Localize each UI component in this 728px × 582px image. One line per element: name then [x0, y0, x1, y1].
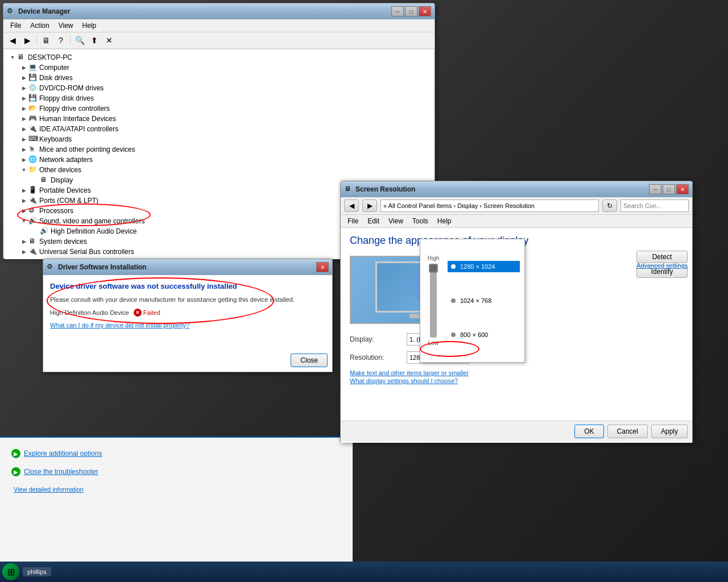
close-troubleshooter-link[interactable]: ▶ Close the troubleshooter [9, 463, 344, 481]
search-box[interactable] [621, 199, 689, 212]
tree-item-other[interactable]: ▼ 📁 Other devices [18, 165, 431, 175]
forward-button[interactable]: ▶ [20, 34, 34, 47]
driver-title-controls: ✕ [316, 262, 329, 272]
screen-res-title-left: 🖥 Screen Resolution [344, 185, 415, 194]
ok-button[interactable]: OK [574, 425, 603, 438]
driver-close-x-button[interactable]: ✕ [316, 262, 329, 272]
explore-arrow-icon: ▶ [11, 449, 20, 458]
keyboard-icon: ⌨ [28, 135, 38, 144]
floppy-ctrl-icon: 📂 [28, 104, 38, 113]
expand-usb[interactable]: ▶ [19, 247, 28, 256]
forward-nav-button[interactable]: ▶ [362, 199, 377, 212]
tree-item-dvd[interactable]: ▶ 💿 DVD/CD-ROM drives [18, 83, 431, 93]
expand-other[interactable]: ▼ [19, 165, 28, 174]
desktop: ⚙ Device Manager ─ □ ✕ File Action View … [0, 0, 728, 582]
display-settings-link[interactable]: What display settings should I choose? [350, 377, 683, 384]
detect-button[interactable]: Detect [636, 251, 688, 263]
driver-status-row: High Definition Audio Device ✕ Failed [50, 309, 325, 317]
menu-view[interactable]: View [54, 20, 78, 31]
menu-help[interactable]: Help [78, 20, 101, 31]
menu-file[interactable]: File [6, 20, 26, 31]
res-option-1280[interactable]: 728 × 582 [448, 261, 520, 272]
detail-link-row: View detailed information [11, 485, 344, 493]
tree-item-hid[interactable]: ▶ 🎮 Human Interface Devices [18, 114, 431, 124]
start-button[interactable]: ⊞ [2, 563, 19, 580]
expand-ports[interactable]: ▶ [19, 196, 28, 205]
tree-root[interactable]: ▼ 🖥 DESKTOP-PC [7, 52, 431, 63]
res-option-1024[interactable]: 1024 × 768 [448, 295, 520, 306]
expand-processors[interactable]: ▶ [19, 206, 28, 215]
driver-help-link[interactable]: What can I do if my device did not insta… [50, 322, 189, 329]
screen-res-icon: 🖥 [344, 185, 353, 194]
uninstall-icon[interactable]: ✕ [102, 34, 116, 47]
expand-network[interactable]: ▶ [19, 155, 28, 164]
driver-update-icon[interactable]: ⬆ [88, 34, 101, 47]
res-label-1280: 728 × 582 [460, 263, 495, 270]
address-bar[interactable]: « All Control Panel Items › Display › Sc… [380, 199, 599, 212]
refresh-button[interactable]: ↻ [602, 199, 617, 212]
cp-menu-view[interactable]: View [384, 216, 408, 226]
back-button[interactable]: ◀ [6, 34, 19, 47]
cp-menu-help[interactable]: Help [433, 216, 456, 226]
cp-menu-file[interactable]: File [343, 216, 363, 226]
device-manager-icon: ⚙ [7, 7, 16, 16]
driver-dialog-body: Device driver software was not successfu… [43, 275, 332, 372]
expand-sound[interactable]: ▼ [19, 217, 28, 226]
advanced-settings-link[interactable]: Advanced settings [636, 262, 688, 269]
tree-item-disk[interactable]: ▶ 💾 Disk drives [18, 73, 431, 83]
back-nav-button[interactable]: ◀ [344, 199, 359, 212]
driver-device-name: High Definition Audio Device [50, 309, 129, 316]
driver-heading: Device driver software was not successfu… [50, 282, 325, 290]
computer-icon[interactable]: 🖥 [39, 34, 53, 47]
minimize-button[interactable]: ─ [391, 6, 404, 16]
menu-action[interactable]: Action [26, 20, 53, 31]
screen-res-minimize[interactable]: ─ [649, 184, 661, 194]
expand-root[interactable]: ▼ [8, 53, 17, 62]
cp-menu-tools[interactable]: Tools [408, 216, 433, 226]
root-icon: 🖥 [17, 53, 26, 62]
tree-item-floppy-ctrl[interactable]: ▶ 📂 Floppy drive controllers [18, 103, 431, 114]
cp-menu-edit[interactable]: Edit [363, 216, 384, 226]
tree-item-ide[interactable]: ▶ 🔌 IDE ATA/ATAPI controllers [18, 124, 431, 134]
tree-item-computer[interactable]: ▶ 💻 Computer [18, 63, 431, 73]
expand-system[interactable]: ▶ [19, 237, 28, 246]
maximize-button[interactable]: □ [405, 6, 417, 16]
res-slider-track[interactable] [430, 264, 437, 338]
resolution-dropdown: High Low 728 × 582 1024 × 768 80 [420, 239, 525, 363]
expand-portable[interactable]: ▶ [19, 186, 28, 195]
help-icon[interactable]: ? [54, 34, 68, 47]
tree-item-mice[interactable]: ▶ 🖱 Mice and other pointing devices [18, 144, 431, 155]
system-icon: 🖥 [28, 237, 38, 246]
res-option-800[interactable]: 800 × 600 [448, 329, 520, 340]
cancel-button[interactable]: Cancel [607, 425, 648, 438]
expand-dvd[interactable]: ▶ [19, 84, 28, 93]
close-button[interactable]: ✕ [419, 6, 431, 16]
root-label: DESKTOP-PC [28, 53, 72, 61]
portable-label: Portable Devices [39, 186, 91, 194]
screen-res-close[interactable]: ✕ [676, 184, 689, 194]
tree-item-keyboard[interactable]: ▶ ⌨ Keyboards [18, 134, 431, 144]
tree-item-network[interactable]: ▶ 🌐 Network adapters [18, 155, 431, 165]
driver-close-button[interactable]: Close [291, 354, 328, 367]
expand-keyboard[interactable]: ▶ [19, 135, 28, 144]
toolbar-separator-2 [70, 35, 71, 45]
text-size-link[interactable]: Make text and other items larger or smal… [350, 369, 683, 376]
display-label: Display [51, 176, 73, 184]
processors-icon: ⚙ [28, 206, 38, 215]
res-dot-2 [451, 298, 456, 303]
scan-icon[interactable]: 🔍 [73, 34, 86, 47]
expand-ide[interactable]: ▶ [19, 124, 28, 134]
expand-mice[interactable]: ▶ [19, 145, 28, 154]
expand-floppy[interactable]: ▶ [19, 94, 28, 103]
expand-floppy-ctrl[interactable]: ▶ [19, 104, 28, 113]
view-details-link[interactable]: View detailed information [14, 486, 84, 493]
apply-button[interactable]: Apply [651, 425, 688, 438]
explore-options-link[interactable]: ▶ Explore additional options [9, 444, 344, 463]
screen-res-maximize[interactable]: □ [663, 184, 675, 194]
expand-hid[interactable]: ▶ [19, 114, 28, 123]
tree-item-floppy[interactable]: ▶ 💾 Floppy disk drives [18, 93, 431, 103]
expand-computer[interactable]: ▶ [19, 63, 28, 72]
expand-disk[interactable]: ▶ [19, 73, 28, 82]
floppy-icon: 💾 [28, 94, 38, 103]
res-slider-thumb[interactable] [429, 264, 438, 273]
